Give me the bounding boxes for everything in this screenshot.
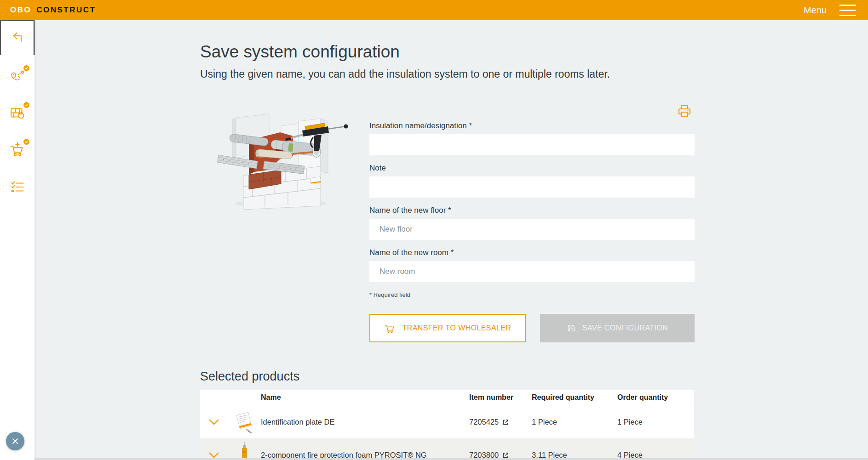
app-header: OBO CONSTRUCT Menu — [0, 0, 868, 20]
hamburger-menu-icon[interactable] — [839, 5, 856, 16]
product-thumbnail — [228, 441, 261, 460]
column-header-required-quantity: Required quantity — [532, 393, 617, 402]
sidebar-item-cart[interactable] — [7, 139, 28, 160]
selected-products-section: Selected products Name Item number Requi… — [200, 369, 694, 460]
page-title: Save system configuration — [200, 42, 400, 62]
column-header-order-quantity: Order quantity — [617, 393, 694, 402]
header-right: Menu — [804, 5, 856, 16]
hamburger-bar — [839, 15, 856, 16]
hamburger-bar — [839, 10, 856, 11]
note-label: Note — [369, 164, 695, 173]
check-badge — [23, 101, 30, 109]
chevron-down-icon — [209, 419, 219, 425]
new-floor-label: Name of the new floor * — [369, 206, 695, 215]
summary-list-icon — [9, 179, 26, 195]
close-button[interactable] — [6, 432, 24, 450]
menu-label[interactable]: Menu — [804, 5, 827, 16]
product-required-quantity: 1 Piece — [532, 418, 617, 426]
selected-products-heading: Selected products — [200, 369, 694, 384]
new-room-label: Name of the new room * — [369, 248, 695, 257]
table-header-row: Name Item number Required quantity Order… — [200, 390, 694, 405]
sidebar-item-summary[interactable] — [7, 176, 28, 198]
hamburger-bar — [839, 5, 856, 6]
system-illustration — [212, 112, 350, 210]
product-thumbnail — [228, 410, 261, 434]
print-button[interactable] — [676, 103, 693, 120]
table-row: 2-component fire protection foam PYROSIT… — [200, 438, 694, 460]
check-badge — [23, 138, 30, 146]
save-configuration-form: Insulation name/designation * Note Name … — [369, 121, 695, 342]
cart-icon — [384, 322, 396, 334]
bottom-edge-divider — [34, 458, 868, 460]
expand-row-button[interactable] — [200, 452, 228, 458]
save-configuration-button[interactable]: SAVE CONFIGURATION — [540, 314, 695, 342]
foam-cartridge-image — [235, 441, 253, 460]
save-icon — [567, 324, 576, 333]
printer-icon — [676, 103, 693, 119]
new-room-input[interactable] — [369, 261, 695, 282]
column-header-name: Name — [261, 393, 469, 402]
external-link-icon[interactable] — [502, 419, 509, 426]
chevron-down-icon — [209, 452, 219, 458]
product-order-quantity: 1 Piece — [617, 418, 694, 426]
brand-construct: CONSTRUCT — [36, 6, 96, 15]
expand-row-button[interactable] — [200, 419, 228, 425]
close-icon — [11, 437, 19, 445]
brand-obo: OBO — [10, 6, 31, 15]
product-name: Identification plate DE — [261, 418, 469, 426]
insulation-name-label: Insulation name/designation * — [369, 121, 695, 131]
check-badge — [23, 64, 30, 72]
required-field-note: * Required field — [369, 291, 695, 298]
transfer-button-label: TRANSFER TO WHOLESALER — [402, 324, 512, 332]
back-button[interactable] — [0, 20, 34, 55]
new-floor-input[interactable] — [369, 219, 695, 240]
brand-logo: OBO CONSTRUCT — [10, 6, 96, 15]
identification-plate-image — [234, 410, 254, 434]
page-subtitle: Using the given name, you can add the in… — [200, 68, 610, 80]
sidebar-item-firewall[interactable] — [7, 102, 28, 124]
insulation-name-input[interactable] — [369, 134, 695, 155]
back-arrow-icon — [10, 30, 25, 46]
products-table: Name Item number Required quantity Order… — [200, 390, 694, 460]
sidebar-item-route[interactable] — [7, 66, 28, 87]
table-row: Identification plate DE 7205425 1 Piece … — [200, 405, 694, 438]
main-content: Save system configuration Using the give… — [34, 20, 868, 460]
product-item-number: 7205425 — [469, 418, 499, 426]
form-actions: TRANSFER TO WHOLESALER SAVE CONFIGURATIO… — [369, 314, 695, 342]
app-root: OBO CONSTRUCT Menu — [0, 0, 868, 460]
column-header-item-number: Item number — [469, 393, 532, 402]
save-button-label: SAVE CONFIGURATION — [582, 324, 668, 332]
sidebar — [0, 20, 34, 460]
transfer-to-wholesaler-button[interactable]: TRANSFER TO WHOLESALER — [369, 314, 526, 342]
note-input[interactable] — [369, 176, 695, 198]
